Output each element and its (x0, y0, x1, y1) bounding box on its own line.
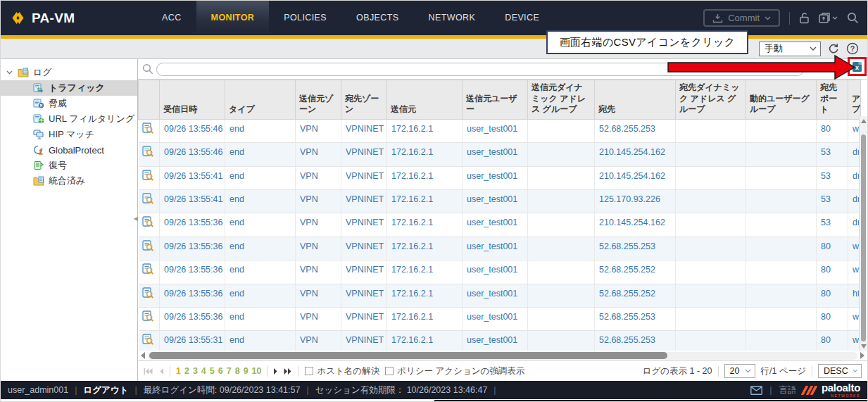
column-header-time[interactable]: 受信日時 (160, 80, 225, 120)
page-number-2[interactable]: 2 (184, 366, 189, 376)
cell-src-user[interactable]: user_test001 (463, 213, 528, 237)
cell-src-zone[interactable]: VPN (296, 189, 341, 213)
lock-icon[interactable] (799, 12, 810, 24)
cell-dst-port[interactable]: 80 (817, 119, 848, 142)
page-number-10[interactable]: 10 (252, 366, 262, 376)
last-page-button[interactable] (284, 368, 293, 375)
cell-dst-zone[interactable]: VPNINET (341, 307, 387, 330)
cell-src-zone[interactable]: VPN (296, 143, 341, 166)
cell-dst[interactable]: 52.68.255.253 (595, 119, 676, 142)
cell-type[interactable]: end (225, 331, 296, 351)
cell-dst-port[interactable]: 53 (817, 143, 848, 166)
cell-dst[interactable]: 52.68.255.253 (595, 307, 676, 330)
cell-time[interactable]: 09/26 13:55:36 (160, 284, 225, 307)
cell-src[interactable]: 172.16.2.1 (387, 143, 463, 166)
cell-dst-zone[interactable]: VPNINET (341, 213, 387, 237)
cell-time[interactable]: 09/26 13:55:41 (160, 166, 225, 189)
cell-type[interactable]: end (225, 213, 296, 237)
nav-tab-policies[interactable]: POLICIES (269, 1, 341, 35)
sidebar-item-traffic[interactable]: トラフィック (1, 80, 137, 96)
cell-dst-zone[interactable]: VPNINET (341, 237, 387, 260)
export-csv-button[interactable]: x (852, 61, 862, 73)
cell-dst-zone[interactable]: VPNINET (341, 119, 387, 142)
cell-src[interactable]: 172.16.2.1 (387, 331, 463, 351)
vertical-scroll-thumb[interactable] (861, 134, 866, 341)
cell-time[interactable]: 09/26 13:55:46 (160, 143, 225, 166)
page-number-5[interactable]: 5 (210, 366, 215, 376)
tasks-envelope-icon[interactable] (750, 386, 762, 395)
cell-dst-port[interactable]: 80 (817, 284, 848, 307)
cell-src-user[interactable]: user_test001 (463, 119, 528, 142)
cell-dst-zone[interactable]: VPNINET (341, 260, 387, 284)
cell-src-user[interactable]: user_test001 (463, 189, 528, 213)
cell-src-user[interactable]: user_test001 (463, 143, 528, 166)
cell-src-user[interactable]: user_test001 (463, 260, 528, 284)
sidebar-item-threat[interactable]: 脅威 (1, 96, 137, 111)
next-page-button[interactable] (273, 368, 278, 375)
nav-tab-acc[interactable]: ACC (147, 1, 196, 35)
cell-dst[interactable]: 52.68.255.253 (595, 237, 676, 260)
cell-type[interactable]: end (225, 307, 296, 330)
resolve-hostname-checkbox[interactable] (305, 367, 313, 375)
log-filter-input[interactable] (156, 63, 804, 76)
cell-time[interactable]: 09/26 13:55:36 (160, 213, 225, 237)
cell-time[interactable]: 09/26 13:55:36 (160, 307, 225, 330)
nav-tab-monitor[interactable]: MONITOR (196, 1, 270, 35)
column-header-type[interactable]: タイプ (225, 80, 296, 120)
refresh-interval-select[interactable]: 手動 (759, 42, 821, 56)
column-header-src-dag[interactable]: 送信元ダイナミック アドレス グループ (528, 80, 595, 120)
log-detail-icon[interactable] (139, 331, 160, 351)
nav-tab-device[interactable]: DEVICE (490, 1, 554, 35)
cell-src[interactable]: 172.16.2.1 (387, 237, 463, 260)
cell-src[interactable]: 172.16.2.1 (387, 166, 463, 189)
cell-dst[interactable]: 52.68.255.253 (595, 331, 676, 351)
page-number-9[interactable]: 9 (244, 366, 249, 376)
cell-type[interactable]: end (225, 237, 296, 260)
cell-dst-zone[interactable]: VPNINET (341, 331, 387, 351)
cell-dst-port[interactable]: 80 (817, 237, 848, 260)
cell-dst-port[interactable]: 53 (817, 189, 848, 213)
sidebar-item-hip-match[interactable]: HIP マッチ (1, 127, 137, 142)
log-detail-icon[interactable] (139, 260, 160, 284)
prev-page-button[interactable] (159, 368, 164, 375)
cell-dst[interactable]: 210.145.254.162 (595, 166, 676, 189)
cell-time[interactable]: 09/26 13:55:41 (160, 189, 225, 213)
commit-button[interactable]: Commit (703, 9, 780, 27)
cell-time[interactable]: 09/26 13:55:36 (160, 260, 225, 284)
cell-src-zone[interactable]: VPN (296, 331, 341, 351)
cell-dst[interactable]: 52.68.255.252 (595, 284, 676, 307)
cell-time[interactable]: 09/26 13:55:31 (160, 331, 225, 351)
cell-src-zone[interactable]: VPN (296, 284, 341, 307)
column-header-dst-dag[interactable]: 宛先ダイナミック アドレス グループ (676, 80, 746, 120)
cell-dst[interactable]: 210.145.254.162 (595, 143, 676, 166)
per-page-select[interactable]: 20 (724, 364, 755, 378)
cell-dst-port[interactable]: 80 (817, 307, 848, 330)
nav-tab-objects[interactable]: OBJECTS (341, 1, 413, 35)
logout-link[interactable]: ログアウト (83, 384, 128, 396)
cell-type[interactable]: end (225, 260, 296, 284)
page-number-6[interactable]: 6 (218, 366, 223, 376)
sidebar-item-logs-root[interactable]: ログ (1, 65, 137, 80)
cell-dst[interactable]: 125.170.93.226 (595, 189, 676, 213)
filter-action-icon[interactable] (836, 67, 845, 80)
first-page-button[interactable] (144, 368, 153, 375)
highlight-policy-actions-checkbox[interactable] (385, 367, 394, 375)
sidebar-item-globalprotect[interactable]: GlobalProtect (1, 142, 137, 158)
log-detail-icon[interactable] (139, 213, 160, 237)
cell-type[interactable]: end (225, 119, 296, 142)
cell-src-user[interactable]: user_test001 (463, 331, 528, 351)
nav-tab-network[interactable]: NETWORK (414, 1, 491, 35)
scroll-right-arrow[interactable] (860, 352, 864, 359)
cell-dst-port[interactable]: 80 (817, 331, 848, 351)
cell-dst-zone[interactable]: VPNINET (341, 143, 387, 166)
column-header-app[interactable]: アプ (848, 80, 861, 120)
log-detail-icon[interactable] (139, 143, 160, 166)
sidebar-item-url-filtering[interactable]: URL フィルタリング (1, 111, 137, 127)
log-detail-icon[interactable] (139, 189, 160, 213)
cell-src-user[interactable]: user_test001 (463, 237, 528, 260)
cell-src-zone[interactable]: VPN (296, 237, 341, 260)
horizontal-scroll-thumb[interactable] (149, 352, 667, 359)
cell-src-zone[interactable]: VPN (296, 307, 341, 330)
column-header-src-zone[interactable]: 送信元ゾーン (296, 80, 341, 120)
cell-dst-zone[interactable]: VPNINET (341, 166, 387, 189)
